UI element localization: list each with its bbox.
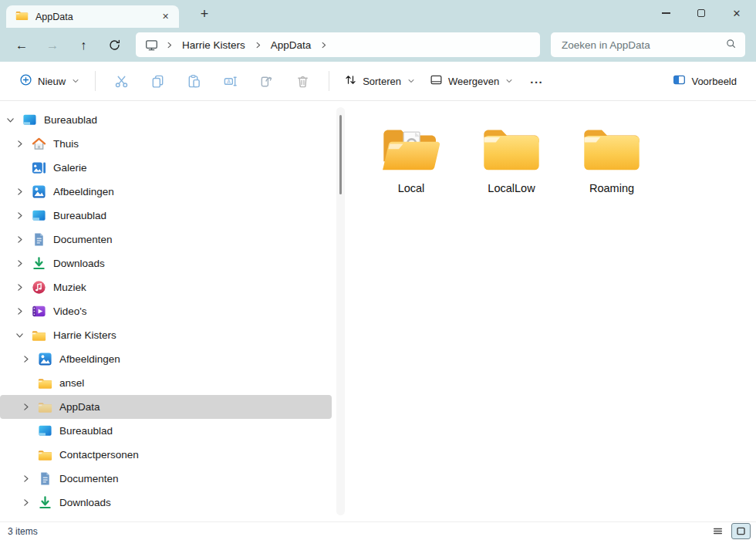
paste-button[interactable] [176,67,212,95]
sidebar-item-afbeeldingen-child[interactable]: Afbeeldingen [0,347,332,371]
chevron-right-icon[interactable] [19,472,32,485]
sidebar-item-muziek[interactable]: Muziek [0,275,332,299]
status-bar: 3 items [0,521,756,540]
sidebar-item-contactpersonen[interactable]: Contactpersonen [0,443,332,467]
chevron-right-icon[interactable] [19,400,32,413]
folder-icon [32,328,46,343]
tab-close-icon[interactable]: ✕ [158,9,173,24]
sidebar-item-documenten[interactable]: Documenten [0,228,332,251]
chevron-right-icon[interactable] [19,496,32,509]
large-icon-view-icon [735,525,747,537]
share-icon [259,74,274,89]
back-button[interactable]: ← [8,32,35,57]
cut-button[interactable] [103,67,140,95]
command-toolbar: Nieuw Sorteren Weergeven ... Voorbeeld [0,62,756,101]
new-button[interactable]: Nieuw [12,68,87,94]
sidebar-item-bureaublad-root[interactable]: Bureaublad [0,108,332,132]
music-icon [32,280,46,295]
sidebar-item-afbeeldingen[interactable]: Afbeeldingen [0,180,332,204]
copy-button[interactable] [140,67,176,95]
chevron-right-icon[interactable] [13,257,26,270]
chevron-right-icon[interactable] [165,41,174,49]
new-tab-button[interactable]: + [194,4,214,24]
refresh-button[interactable] [100,32,128,57]
sidebar-item-ansel[interactable]: ansel [0,371,332,395]
rename-button[interactable] [212,67,248,95]
large-icons-view-button[interactable] [731,523,751,539]
sidebar-scrollbar[interactable] [336,107,345,515]
new-button-label: Nieuw [38,76,66,87]
videos-icon [32,304,46,319]
view-button-label: Weergeven [448,76,499,87]
preview-button[interactable]: Voorbeeld [666,68,744,94]
pictures-icon [32,184,46,199]
chevron-right-icon[interactable] [13,209,26,222]
chevron-right-icon[interactable] [19,353,32,366]
chevron-right-icon[interactable] [13,281,26,294]
breadcrumb-item-appdata[interactable]: AppData [266,37,316,53]
list-lines-icon [712,525,724,537]
sidebar-item-videos[interactable]: Video's [0,299,332,323]
sidebar-item-harrie-kisters[interactable]: Harrie Kisters [0,323,332,347]
sidebar-item-documenten-child[interactable]: Documenten [0,467,332,491]
folder-item-roaming[interactable]: Roaming [566,120,657,201]
minimize-button[interactable] [648,0,683,26]
documents-icon [32,232,46,247]
tab-appdata[interactable]: AppData ✕ [6,5,179,28]
preview-button-label: Voorbeeld [691,76,737,87]
details-view-button[interactable] [708,523,727,539]
chevron-down-icon[interactable] [13,329,26,342]
documents-icon [38,471,52,486]
folder-open-icon [378,123,444,176]
breadcrumb-item-user[interactable]: Harrie Kisters [177,37,250,53]
this-pc-icon[interactable] [145,39,158,52]
tab-title: AppData [35,12,151,22]
chevron-right-icon[interactable] [319,41,328,49]
chevron-down-icon[interactable] [4,113,17,127]
toolbar-divider [95,71,96,91]
chevron-right-icon[interactable] [254,41,262,49]
close-button[interactable]: ✕ [719,0,754,26]
preview-pane-icon [673,73,686,89]
rename-icon [223,74,238,89]
pictures-icon [38,352,52,366]
view-button[interactable]: Weergeven [423,68,521,94]
window-controls: ✕ [648,0,754,26]
chevron-spacer [19,424,32,437]
sidebar-item-bureaublad-child[interactable]: Bureaublad [0,419,332,443]
sort-button[interactable]: Sorteren [337,68,423,94]
delete-button[interactable] [285,67,321,95]
maximize-button[interactable] [683,0,719,26]
sidebar-item-downloads-child[interactable]: Downloads [0,491,332,515]
sidebar-item-bureaublad[interactable]: Bureaublad [0,204,332,228]
folder-item-locallow[interactable]: LocalLow [466,120,557,201]
chevron-right-icon[interactable] [13,305,26,318]
forward-button[interactable]: → [39,32,66,57]
sidebar-item-appdata[interactable]: AppData [0,395,332,419]
sidebar-item-galerie[interactable]: Galerie [0,156,332,180]
content-area: Bureaublad Thuis Galerie Afbeeldingen [0,101,756,521]
plus-circle-icon [19,73,32,89]
up-button[interactable]: ↑ [69,32,97,57]
file-list: Local LocalLow Roaming [347,101,756,521]
sidebar-item-thuis[interactable]: Thuis [0,132,332,156]
navigation-bar: ← → ↑ Harrie Kisters AppData [0,28,756,62]
chevron-down-icon [71,75,80,88]
more-options-button[interactable]: ... [521,69,552,93]
file-explorer-window: AppData ✕ + ✕ ← → ↑ Harrie Kisters AppDa… [0,0,756,540]
chevron-right-icon[interactable] [13,185,26,198]
folder-item-local[interactable]: Local [366,120,457,201]
scrollbar-thumb[interactable] [339,115,342,194]
sidebar-item-downloads[interactable]: Downloads [0,251,332,275]
search-input[interactable] [562,39,725,51]
trash-icon [295,74,310,89]
chevron-right-icon[interactable] [13,137,26,150]
view-icon [430,73,443,89]
minimize-icon [662,12,670,14]
chevron-down-icon [407,75,416,88]
share-button[interactable] [248,67,285,95]
chevron-spacer [19,376,32,390]
chevron-right-icon[interactable] [13,233,26,246]
folder-icon [38,376,52,390]
search-icon[interactable] [725,38,737,52]
